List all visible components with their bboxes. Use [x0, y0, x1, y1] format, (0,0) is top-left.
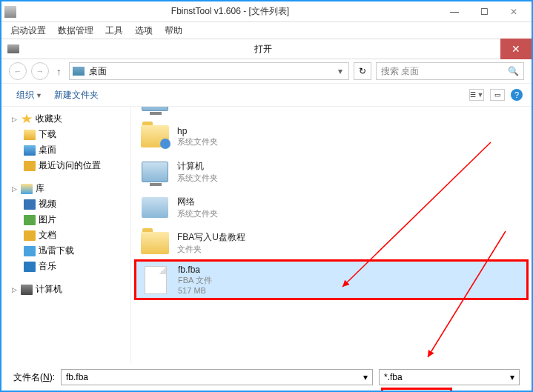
- filename-label: 文件名(N):: [13, 371, 55, 384]
- search-placeholder: 搜索 桌面: [381, 65, 419, 78]
- up-button[interactable]: ↑: [53, 66, 64, 77]
- minimize-button[interactable]: —: [440, 3, 469, 21]
- sidebar-item-pictures[interactable]: 图片: [4, 212, 128, 227]
- menu-item[interactable]: 数据管理: [52, 24, 99, 37]
- file-icon: [145, 266, 167, 294]
- chevron-down-icon[interactable]: ▾: [335, 66, 345, 76]
- file-pane[interactable]: 系统文件夹 hp系统文件夹 计算机系统文件夹 网络系统文件夹 FBA写入U盘教程…: [131, 107, 532, 363]
- list-item[interactable]: 计算机系统文件夹: [136, 154, 527, 190]
- filename-input[interactable]: fb.fba▾: [61, 369, 373, 385]
- back-button[interactable]: ←: [9, 62, 27, 80]
- list-item[interactable]: 系统文件夹: [136, 107, 527, 119]
- list-item[interactable]: FBA写入U盘教程文件夹: [136, 225, 527, 261]
- breadcrumb[interactable]: 桌面 ▾: [69, 62, 350, 80]
- filetype-filter[interactable]: *.fba▾: [379, 369, 520, 385]
- sidebar-computer[interactable]: ▷计算机: [4, 282, 128, 297]
- computer-icon: [142, 162, 168, 182]
- folder-icon: [141, 125, 169, 147]
- search-input[interactable]: 搜索 桌面 🔍: [376, 62, 524, 80]
- dialog-close-button[interactable]: ✕: [500, 39, 532, 59]
- maximize-button[interactable]: ☐: [469, 3, 499, 21]
- folder-icon: [141, 232, 169, 254]
- sidebar-library[interactable]: ▷库: [4, 181, 128, 196]
- menu-item[interactable]: 工具: [99, 24, 129, 37]
- network-icon: [142, 197, 168, 218]
- sidebar-item-downloads[interactable]: 下载: [4, 127, 128, 142]
- preview-pane-button[interactable]: ▭: [490, 89, 505, 101]
- menu-item[interactable]: 选项: [129, 24, 159, 37]
- help-icon[interactable]: ?: [511, 89, 523, 101]
- sidebar-item-desktop[interactable]: 桌面: [4, 142, 128, 158]
- close-button[interactable]: ✕: [499, 3, 529, 21]
- menu-bar: 启动设置 数据管理 工具 选项 帮助: [1, 22, 532, 39]
- sidebar-item-video[interactable]: 视频: [4, 196, 128, 212]
- refresh-button[interactable]: ↻: [354, 62, 371, 80]
- sidebar-item-xunlei[interactable]: 迅雷下载: [4, 243, 128, 259]
- app-icon: [4, 6, 16, 18]
- search-icon: 🔍: [508, 66, 519, 76]
- sidebar-item-docs[interactable]: 文档: [4, 227, 128, 243]
- chevron-down-icon[interactable]: ▾: [363, 372, 368, 382]
- sidebar-favorites[interactable]: ▷收藏夹: [4, 111, 128, 127]
- sidebar-item-recent[interactable]: 最近访问的位置: [4, 158, 128, 173]
- list-item-selected[interactable]: fb.fbaFBA 文件517 MB: [136, 261, 527, 299]
- location-icon: [73, 67, 85, 76]
- forward-button[interactable]: →: [31, 62, 49, 80]
- list-item[interactable]: 网络系统文件夹: [136, 190, 527, 225]
- window-title: FbinstTool v1.606 - [文件列表]: [21, 5, 440, 18]
- dialog-title: 打开: [25, 43, 500, 56]
- sidebar: ▷收藏夹 下载 桌面 最近访问的位置 ▷库 视频 图片 文档 迅雷下载 音乐 ▷…: [1, 107, 131, 363]
- view-mode-button[interactable]: ☰▼: [469, 89, 484, 101]
- new-folder-button[interactable]: 新建文件夹: [48, 89, 105, 102]
- menu-item[interactable]: 帮助: [159, 24, 188, 37]
- dialog-icon: [7, 44, 19, 53]
- sidebar-item-music[interactable]: 音乐: [4, 259, 128, 274]
- chevron-down-icon[interactable]: ▾: [510, 372, 514, 382]
- list-item[interactable]: hp系统文件夹: [136, 119, 527, 154]
- location-text: 桌面: [89, 65, 336, 78]
- menu-item[interactable]: 启动设置: [4, 24, 52, 37]
- organize-button[interactable]: 组织▼: [10, 89, 48, 102]
